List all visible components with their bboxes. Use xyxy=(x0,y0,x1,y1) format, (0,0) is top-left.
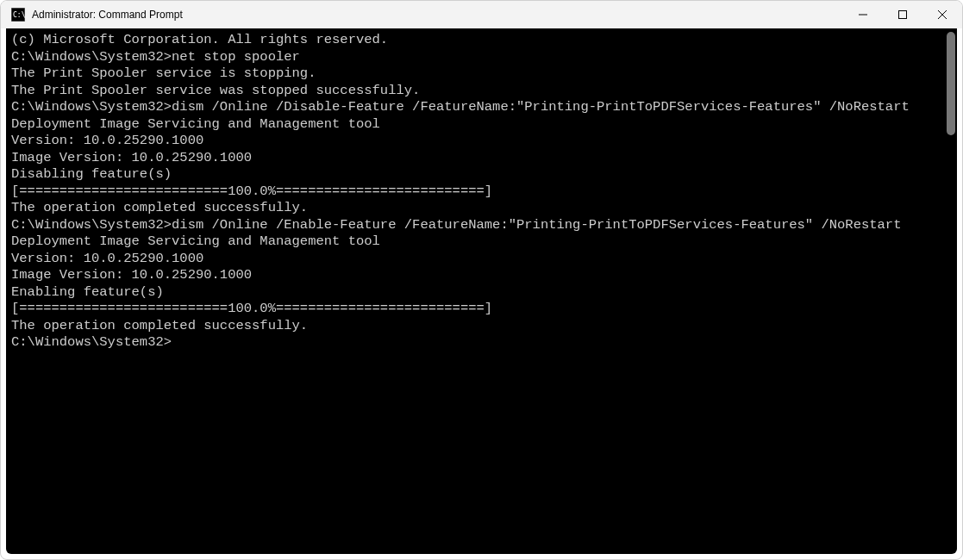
terminal-line: C:\Windows\System32>dism /Online /Disabl… xyxy=(11,99,940,116)
scrollbar-thumb[interactable] xyxy=(947,32,955,135)
terminal-line: Enabling feature(s) xyxy=(11,284,940,302)
minimize-button[interactable] xyxy=(843,1,883,28)
cmd-icon: C:\ xyxy=(11,8,25,22)
terminal-line: C:\Windows\System32>dism /Online /Enable… xyxy=(11,217,940,234)
svg-rect-3 xyxy=(899,11,907,19)
command-prompt-window: C:\ Administrator: Command Prompt (c) Mi… xyxy=(0,0,963,560)
terminal-output[interactable]: (c) Microsoft Corporation. All rights re… xyxy=(6,28,945,554)
maximize-button[interactable] xyxy=(883,1,922,28)
terminal-line: The Print Spooler service is stopping. xyxy=(11,65,940,83)
terminal-line: C:\Windows\System32>net stop spooler xyxy=(11,49,940,66)
titlebar[interactable]: C:\ Administrator: Command Prompt xyxy=(1,1,962,28)
terminal-line: Image Version: 10.0.25290.1000 xyxy=(11,150,940,167)
window-title: Administrator: Command Prompt xyxy=(32,9,843,21)
terminal-line: The Print Spooler service was stopped su… xyxy=(11,83,940,100)
terminal-line: Deployment Image Servicing and Managemen… xyxy=(11,116,940,134)
terminal-line: The operation completed successfully. xyxy=(11,318,940,335)
terminal-line: (c) Microsoft Corporation. All rights re… xyxy=(11,32,940,49)
terminal-line: [==========================100.0%=======… xyxy=(11,184,940,201)
terminal-line: C:\Windows\System32> xyxy=(11,334,940,352)
terminal-line: Version: 10.0.25290.1000 xyxy=(11,133,940,150)
terminal-line: Version: 10.0.25290.1000 xyxy=(11,251,940,268)
terminal-line: [==========================100.0%=======… xyxy=(11,301,940,318)
terminal-line: Disabling feature(s) xyxy=(11,166,940,184)
terminal-wrapper: (c) Microsoft Corporation. All rights re… xyxy=(6,28,957,554)
terminal-line: The operation completed successfully. xyxy=(11,200,940,217)
window-controls xyxy=(843,1,962,28)
terminal-line: Image Version: 10.0.25290.1000 xyxy=(11,267,940,284)
terminal-line: Deployment Image Servicing and Managemen… xyxy=(11,233,940,251)
scrollbar-track[interactable] xyxy=(945,28,957,554)
close-button[interactable] xyxy=(922,1,962,28)
svg-text:C:\: C:\ xyxy=(13,11,25,19)
